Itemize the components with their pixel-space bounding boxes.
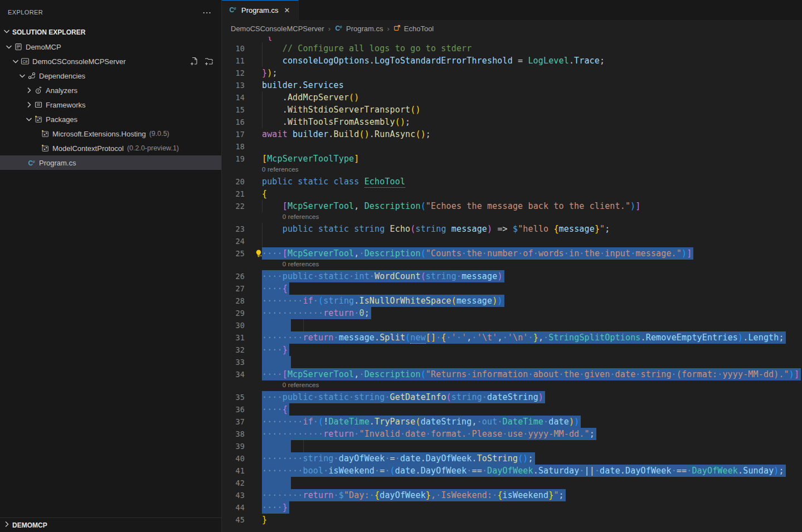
workspace-section[interactable]: DEMOMCP	[0, 518, 221, 532]
line-content[interactable]: ········return·$"Day:·{dayOfWeek},·IsWee…	[253, 489, 802, 501]
line-content[interactable]: // Configure all logs to go to stderr	[253, 42, 802, 55]
code-token: isWeekend	[328, 466, 375, 476]
line-content[interactable]: {	[253, 188, 802, 200]
chevron-down-icon[interactable]	[2, 27, 11, 37]
code-token: DateTime	[503, 417, 543, 427]
line-content[interactable]: [McpServerToolType]	[253, 153, 802, 165]
line-content[interactable]: .AddMcpServer()	[253, 91, 802, 104]
line-content[interactable]: ····public·static·string·GetDateInfo(str…	[253, 391, 802, 403]
chevron-down-icon[interactable]	[11, 57, 20, 66]
code-token: ;	[405, 117, 410, 127]
line-content[interactable]: public static string Echo(string message…	[253, 223, 802, 235]
line-content[interactable]: ············return·0;	[253, 307, 802, 319]
code-token: IsNullOrWhiteSpace	[359, 296, 451, 306]
line-content[interactable]: [McpServerTool, Description("Echoes the …	[253, 200, 802, 212]
code-token: .	[262, 117, 288, 127]
code-token: static	[318, 271, 349, 281]
tree-item-democsconsolemcpserver[interactable]: C#DemoCSConsoleMCPServer	[0, 54, 221, 69]
codelens-references[interactable]: 0 references	[262, 165, 299, 175]
line-content[interactable]: ········string·dayOfWeek·=·date.DayOfWee…	[253, 452, 802, 465]
code-token: in	[569, 248, 579, 258]
line-number: 19	[222, 153, 253, 165]
line-content[interactable]	[253, 235, 802, 247]
chevron-right-icon[interactable]	[25, 100, 33, 109]
line-content[interactable]: .WithToolsFromAssembly();	[253, 116, 802, 128]
tree-item-packages[interactable]: Packages	[0, 112, 221, 126]
line-content[interactable]	[253, 440, 802, 452]
tree-item-modelcontextprotocol[interactable]: ModelContextProtocol(0.2.0-preview.1)	[0, 141, 221, 155]
code-token: ·	[313, 392, 318, 402]
chevron-right-icon[interactable]	[25, 86, 33, 95]
line-number: 27	[222, 282, 253, 295]
code-token: (	[405, 333, 410, 343]
tree-item-dependencies[interactable]: Dependencies	[0, 69, 221, 83]
code-token: date	[615, 369, 636, 379]
line-content[interactable]	[253, 319, 802, 331]
code-token: ·	[482, 466, 487, 476]
line-content[interactable]	[253, 477, 802, 489]
line-content[interactable]	[253, 140, 802, 153]
tree-item-analyzers[interactable]: Analyzers	[0, 83, 221, 97]
code-token: Description	[364, 201, 421, 211]
code-token: ;	[364, 308, 370, 318]
breadcrumb-project[interactable]: DemoCSConsoleMCPServer	[231, 25, 324, 33]
line-content[interactable]: ········bool·isWeekend·=·(date.DayOfWeek…	[253, 465, 802, 477]
line-content[interactable]: builder.Services	[253, 79, 802, 91]
breadcrumb-file[interactable]: C# Program.cs	[334, 23, 383, 34]
breadcrumb-symbol[interactable]: EchoTool	[393, 24, 434, 33]
code-token: ·	[503, 333, 508, 343]
line-content[interactable]: .WithStdioServerTransport()	[253, 104, 802, 116]
code-token: dateString	[421, 417, 472, 427]
line-content[interactable]: ············return·"Invalid·date·format.…	[253, 428, 802, 440]
tree-item-label: Microsoft.Extensions.Hosting	[52, 130, 146, 138]
line-content[interactable]: ····}	[253, 344, 802, 356]
tree-item-label: Frameworks	[46, 101, 86, 109]
line-content[interactable]: }	[253, 514, 802, 526]
codelens-references[interactable]: 0 references	[283, 260, 319, 270]
close-icon[interactable]: ✕	[282, 6, 291, 15]
code-token	[293, 177, 298, 187]
chevron-down-icon[interactable]	[4, 42, 13, 51]
new-folder-icon[interactable]	[205, 57, 213, 66]
tree-item-program-cs[interactable]: C#Program.cs	[0, 155, 221, 170]
code-token: ·	[579, 248, 584, 258]
chevron-down-icon[interactable]	[18, 71, 27, 80]
indent-guide	[262, 235, 263, 247]
new-file-icon[interactable]	[190, 57, 199, 66]
codelens-references[interactable]: 0 references	[283, 380, 319, 391]
line-content[interactable]: ····public·static·int·WordCount(string·m…	[253, 270, 802, 282]
tree-item-microsoft-extensions-hosting[interactable]: Microsoft.Extensions.Hosting(9.0.5)	[0, 126, 221, 141]
codelens-references[interactable]: 0 references	[283, 212, 319, 223]
code-line-38: 38············return·"Invalid·date·forma…	[222, 428, 802, 440]
line-content[interactable]: ····{	[253, 403, 802, 416]
chevron-down-icon[interactable]	[25, 115, 33, 124]
solution-explorer-section[interactable]: SOLUTION EXPLORER	[0, 25, 221, 40]
line-content[interactable]: ····{	[253, 282, 802, 295]
code-editor[interactable]: {10 // Configure all logs to go to stder…	[222, 37, 802, 532]
line-content[interactable]: ····[McpServerTool,·Description("Returns…	[253, 368, 802, 380]
code-line-27: 27····{	[222, 282, 802, 295]
line-content[interactable]: });	[253, 67, 802, 79]
tab-program-cs[interactable]: C# Program.cs ✕	[222, 0, 299, 20]
code-token: DateTime	[328, 417, 369, 427]
code-line-34: 34····[McpServerTool,·Description("Retur…	[222, 368, 802, 380]
line-content[interactable]: {	[253, 37, 802, 42]
tree-item-frameworks[interactable]: Frameworks	[0, 97, 221, 112]
chevron-right-icon[interactable]	[2, 520, 11, 530]
line-content[interactable]: ····}	[253, 501, 802, 514]
line-content[interactable]: public static class EchoTool	[253, 175, 802, 188]
line-content[interactable]: await builder.Build().RunAsync();	[253, 128, 802, 140]
tree-indent-spacer	[18, 158, 27, 167]
code-token: $	[513, 224, 518, 234]
tab-bar: C# Program.cs ✕	[222, 0, 802, 20]
more-actions-icon[interactable]: ⋯	[200, 7, 213, 18]
line-content[interactable]: consoleLogOptions.LogToStandardErrorThre…	[253, 55, 802, 67]
line-content[interactable]: ········return·message.Split(new[]·{·'·'…	[253, 331, 802, 344]
code-token: ·	[543, 333, 548, 343]
line-content[interactable]: ····[McpServerTool,·Description("Counts·…	[253, 247, 802, 260]
line-content[interactable]: ········if·(!DateTime.TryParse(dateStrin…	[253, 416, 802, 428]
line-content[interactable]: ········if·(string.IsNullOrWhiteSpace(me…	[253, 295, 802, 307]
line-content[interactable]	[253, 356, 802, 368]
tree-item-demomcp[interactable]: DemoMCP	[0, 40, 221, 54]
code-line-11: 11 consoleLogOptions.LogToStandardErrorT…	[222, 55, 802, 67]
